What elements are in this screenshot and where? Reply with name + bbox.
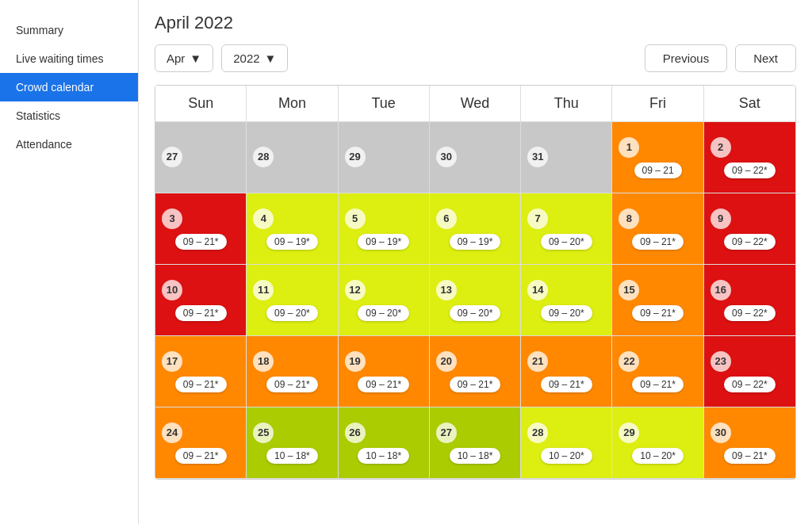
- next-button[interactable]: Next: [735, 44, 796, 72]
- day-number: 3: [162, 208, 182, 229]
- time-badge: 10 – 20*: [541, 448, 592, 464]
- cal-cell[interactable]: 30: [430, 122, 521, 193]
- day-number: 31: [527, 147, 548, 167]
- month-select[interactable]: Apr ▼: [155, 44, 213, 72]
- previous-button[interactable]: Previous: [645, 44, 727, 72]
- cal-cell[interactable]: 1209 – 20*: [339, 265, 430, 336]
- cal-cell[interactable]: 809 – 21*: [612, 193, 703, 265]
- cal-cell[interactable]: 909 – 22*: [704, 193, 795, 265]
- day-number: 16: [710, 280, 731, 300]
- cal-cell[interactable]: 2610 – 18*: [339, 407, 430, 479]
- time-badge: 09 – 20*: [358, 305, 409, 321]
- month-label: Apr: [167, 52, 185, 65]
- cal-cell[interactable]: 509 – 19*: [339, 193, 430, 265]
- cal-header-tue: Tue: [339, 86, 430, 122]
- time-badge: 10 – 18*: [358, 448, 409, 464]
- cal-header-sat: Sat: [704, 86, 795, 122]
- day-number: 25: [253, 423, 274, 443]
- time-badge: 09 – 20*: [450, 305, 501, 321]
- calendar-header: SunMonTueWedThuFriSat: [155, 86, 795, 122]
- sidebar-item-summary[interactable]: Summary: [0, 16, 138, 44]
- time-badge: 09 – 21*: [358, 377, 409, 392]
- cal-cell[interactable]: 2409 – 21*: [155, 407, 247, 479]
- month-arrow: ▼: [190, 52, 201, 65]
- cal-cell[interactable]: 28: [247, 122, 338, 193]
- cal-cell[interactable]: 1709 – 21*: [155, 336, 247, 407]
- calendar: SunMonTueWedThuFriSat 2728293031109 – 21…: [155, 85, 796, 480]
- day-number: 5: [345, 208, 366, 229]
- day-number: 13: [436, 280, 457, 300]
- time-badge: 09 – 21*: [541, 377, 592, 392]
- sidebar-item-live-waiting[interactable]: Live waiting times: [0, 44, 138, 73]
- time-badge: 10 – 18*: [450, 448, 501, 464]
- day-number: 11: [253, 280, 274, 300]
- cal-cell[interactable]: 309 – 21*: [155, 193, 247, 265]
- main-content: April 2022 Apr ▼ 2022 ▼ Previous Next Su…: [139, 0, 812, 524]
- cal-cell[interactable]: 1309 – 20*: [430, 265, 521, 336]
- cal-cell[interactable]: 109 – 21: [612, 122, 703, 193]
- cal-cell[interactable]: 2009 – 21*: [430, 336, 521, 407]
- day-number: 30: [710, 423, 731, 443]
- sidebar-item-statistics[interactable]: Statistics: [0, 101, 138, 130]
- cal-cell[interactable]: 2109 – 21*: [521, 336, 612, 407]
- time-badge: 09 – 20*: [541, 305, 592, 321]
- sidebar-item-attendance[interactable]: Attendance: [0, 130, 138, 159]
- day-number: 23: [710, 351, 731, 372]
- cal-header-fri: Fri: [612, 86, 703, 122]
- day-number: 21: [527, 351, 548, 372]
- cal-cell[interactable]: 409 – 19*: [247, 193, 338, 265]
- day-number: 30: [436, 147, 457, 167]
- day-number: 14: [527, 280, 548, 300]
- year-select[interactable]: 2022 ▼: [221, 44, 288, 72]
- time-badge: 09 – 21*: [266, 377, 318, 392]
- day-number: 4: [253, 208, 274, 229]
- cal-cell[interactable]: 1809 – 21*: [247, 336, 338, 407]
- time-badge: 10 – 20*: [632, 448, 684, 464]
- time-badge: 09 – 21*: [175, 377, 227, 392]
- cal-cell[interactable]: 31: [521, 122, 612, 193]
- cal-cell[interactable]: 27: [155, 122, 247, 193]
- time-badge: 09 – 20*: [541, 234, 592, 250]
- time-badge: 09 – 19*: [450, 234, 501, 250]
- cal-cell[interactable]: 1509 – 21*: [612, 265, 703, 336]
- cal-header-thu: Thu: [521, 86, 612, 122]
- day-number: 10: [162, 280, 182, 300]
- day-number: 12: [345, 280, 366, 300]
- cal-cell[interactable]: 2209 – 21*: [612, 336, 703, 407]
- cal-cell[interactable]: 1109 – 20*: [247, 265, 338, 336]
- cal-cell[interactable]: 29: [339, 122, 430, 193]
- year-label: 2022: [233, 52, 259, 65]
- cal-cell[interactable]: 2910 – 20*: [612, 407, 703, 479]
- day-number: 27: [436, 423, 457, 443]
- day-number: 20: [436, 351, 457, 372]
- cal-cell[interactable]: 2710 – 18*: [430, 407, 521, 479]
- time-badge: 09 – 21: [634, 163, 682, 178]
- cal-cell[interactable]: 1909 – 21*: [339, 336, 430, 407]
- sidebar: SummaryLive waiting timesCrowd calendarS…: [0, 0, 139, 524]
- cal-cell[interactable]: 3009 – 21*: [704, 407, 795, 479]
- day-number: 7: [527, 208, 548, 229]
- time-badge: 09 – 22*: [724, 305, 776, 321]
- day-number: 28: [527, 423, 548, 443]
- cal-cell[interactable]: 1009 – 21*: [155, 265, 247, 336]
- cal-cell[interactable]: 2510 – 18*: [247, 407, 338, 479]
- day-number: 24: [162, 423, 182, 443]
- cal-cell[interactable]: 1609 – 22*: [704, 265, 795, 336]
- cal-cell[interactable]: 609 – 19*: [430, 193, 521, 265]
- time-badge: 09 – 22*: [724, 163, 776, 178]
- year-arrow: ▼: [265, 52, 277, 65]
- day-number: 17: [162, 351, 182, 372]
- cal-cell[interactable]: 2309 – 22*: [704, 336, 795, 407]
- time-badge: 09 – 19*: [358, 234, 409, 250]
- day-number: 6: [436, 208, 457, 229]
- sidebar-item-crowd-calendar[interactable]: Crowd calendar: [0, 73, 138, 101]
- time-badge: 09 – 21*: [632, 305, 684, 321]
- cal-cell[interactable]: 2810 – 20*: [521, 407, 612, 479]
- cal-cell[interactable]: 1409 – 20*: [521, 265, 612, 336]
- time-badge: 09 – 21*: [175, 234, 227, 250]
- cal-cell[interactable]: 209 – 22*: [704, 122, 795, 193]
- cal-header-wed: Wed: [430, 86, 521, 122]
- time-badge: 09 – 22*: [724, 377, 776, 392]
- cal-cell[interactable]: 709 – 20*: [521, 193, 612, 265]
- calendar-body: 2728293031109 – 21209 – 22*309 – 21*409 …: [155, 122, 795, 479]
